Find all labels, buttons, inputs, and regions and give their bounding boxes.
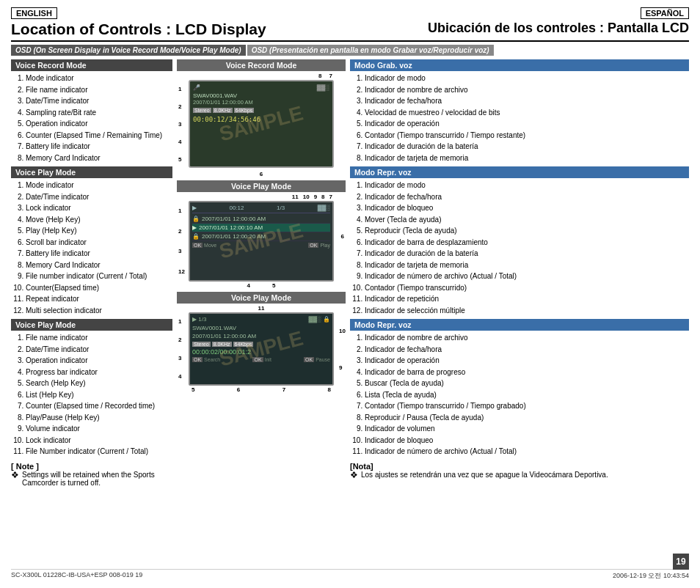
screen1-num-8: 8	[318, 73, 321, 79]
screen1-counter: 00:00:12/34:56:46	[193, 116, 329, 123]
screen2-num-8: 8	[321, 194, 324, 200]
esp-note-item: ❖ Los ajustes se retendrán una vez que s…	[350, 471, 689, 480]
osd-banner-right: OSD (Presentación en pantalla en modo Gr…	[247, 45, 494, 56]
screen2-row1-text: 2007/01/01 12:00:00 AM	[202, 216, 266, 222]
screen2-row3: 🔒 2007/01/01 12:00:20 AM	[192, 232, 330, 241]
screen2-row2-icon: ▶	[192, 224, 197, 231]
screen3-rn-10: 10	[339, 328, 346, 334]
list-item: File Number indicator (Current / Total)	[26, 446, 172, 457]
esp-note-title: [Nota]	[350, 462, 689, 471]
esp-repr-voz1-header: Modo Repr. voz	[350, 166, 689, 178]
screen2-row1: 🔒 2007/01/01 12:00:00 AM	[192, 215, 330, 224]
eng-note-section: [ Note ] ❖ Settings will be retained whe…	[11, 462, 172, 487]
screen1-filename: SWAV0001.WAV	[193, 92, 329, 99]
list-item: Reproducir / Pausa (Tecla de ayuda)	[365, 413, 689, 424]
list-item: Buscar (Tecla de ayuda)	[365, 378, 689, 389]
screen3-counter: 00:00:02/00:00:01:2	[192, 348, 330, 356]
eng-voice-play1-list: Mode indicator Date/Time indicator Lock …	[11, 180, 172, 316]
screen2-fraction: 1/3	[277, 205, 285, 211]
screen3-btn-pause: OK Pause	[304, 357, 330, 362]
screen2-row3-icon: 🔒	[192, 233, 200, 240]
list-item: Repeat indicator	[26, 294, 172, 305]
eng-voice-play2-list: File name indicator Date/Time indicator …	[11, 333, 172, 457]
title-right: Ubicación de los controles : Pantalla LC…	[428, 21, 689, 38]
list-item: Indicador de nombre de archivo	[365, 333, 689, 344]
screen3-wrapper: Voice Play Mode 11 1 2 3 4	[177, 292, 346, 393]
list-item: File name indicator	[26, 85, 172, 96]
eng-voice-play1-block: Voice Play Mode Mode indicator Date/Time…	[11, 166, 172, 316]
list-item: Lock indicator	[26, 436, 172, 446]
screen1-num-5: 5	[178, 156, 181, 163]
list-item: Indicador de tarjeta de memoria	[365, 260, 689, 271]
eng-voice-play2-block: Voice Play Mode File name indicator Date…	[11, 319, 172, 457]
spanish-column: Modo Grab. voz Indicador de modo Indicad…	[350, 59, 689, 566]
list-item: Reproducir (Tecla de ayuda)	[365, 226, 689, 237]
list-item: Date/Time indicator	[26, 96, 172, 107]
list-item: Operation indicator	[26, 356, 172, 367]
screen1-datetime: 2007/01/01 12:00:00 AM	[193, 99, 329, 106]
list-item: Indicador de repetición	[365, 294, 689, 305]
screen2-mode-icon: ▶	[192, 205, 197, 211]
screen3-datetime: 2007/01/01 12:00:00 AM	[192, 332, 330, 340]
list-item: Indicador de modo	[365, 73, 689, 84]
esp-repr-voz1-list: Indicador de modo Indicador de fecha/hor…	[350, 180, 689, 316]
list-item: Contador (Tiempo transcurrido)	[365, 283, 689, 294]
screen3-num-11: 11	[258, 305, 265, 312]
screen1-num-6: 6	[260, 171, 263, 177]
screen2-rn-6: 6	[341, 233, 344, 240]
screen3-lcd: SAMPLE ▶ 1/3 ▓▓░ 🔒 SWAV0001.WAV 2007/01/…	[189, 312, 334, 386]
list-item: Play/Pause (Help Key)	[26, 413, 172, 424]
screen3-filename: SWAV0001.WAV	[192, 324, 330, 332]
list-item: Indicador de tarjeta de memoria	[365, 153, 689, 164]
list-item: Indicador de duración de la batería	[365, 249, 689, 260]
list-item: Indicador de fecha/hora	[365, 345, 689, 356]
list-item: Battery life indicator	[26, 142, 172, 152]
screen2-row3-text: 2007/01/01 12:00:20 AM	[202, 233, 266, 240]
screen2-bn-5: 5	[272, 282, 275, 289]
list-item: Indicador de modo	[365, 180, 689, 191]
screen1-mic-icon: 🎤	[193, 84, 200, 91]
screen3-battery: ▓▓░ 🔒	[308, 316, 330, 323]
list-item: Volume indicator	[26, 424, 172, 435]
footer-bar: SC-X300L 01228C-IB-USA+ESP 008-019 19 20…	[11, 569, 689, 581]
screen3-bn-6: 6	[237, 386, 240, 393]
kbps-badge: 64Kbps	[234, 108, 255, 113]
screen2-ln-1: 1	[178, 207, 185, 214]
list-item: Memory Card Indicator	[26, 153, 172, 164]
footer-left-text: SC-X300L 01228C-IB-USA+ESP 008-019 19	[11, 571, 142, 581]
list-item: Counter (Elapsed time / Recorded time)	[26, 401, 172, 412]
list-item: Date/Time indicator	[26, 345, 172, 356]
list-item: Mover (Tecla de ayuda)	[365, 215, 689, 226]
screen2-num-10: 10	[303, 194, 310, 200]
list-item: Mode indicator	[26, 180, 172, 191]
screen3-rn-9: 9	[339, 364, 346, 371]
list-item: Counter (Elapsed Time / Remaining Time)	[26, 131, 172, 142]
screen3-footer: OK Search OK Init OK Pause	[192, 357, 330, 362]
esp-note-diamond-icon: ❖	[350, 470, 358, 480]
list-item: Battery life indicator	[26, 249, 172, 260]
screen1-wrapper: Voice Record Mode 8 7 1 2 3 4	[177, 59, 346, 177]
page-container: ENGLISH ESPAÑOL Location of Controls : L…	[0, 0, 700, 588]
list-item: Indicador de barra de progreso	[365, 367, 689, 378]
screen2-battery: ▓▓░	[318, 205, 330, 211]
eng-note-item: ❖ Settings will be retained when the Spo…	[11, 471, 172, 487]
screen1-num-2: 2	[178, 103, 181, 110]
esp-note-section: [Nota] ❖ Los ajustes se retendrán una ve…	[350, 462, 689, 480]
screen2-num-9: 9	[314, 194, 317, 200]
esp-repr-voz2-list: Indicador de nombre de archivo Indicador…	[350, 333, 689, 457]
list-item: Indicador de operación	[365, 356, 689, 367]
footer-right-text: 2006-12-19 오전 10:43:54	[613, 571, 689, 581]
list-item: Indicador de operación	[365, 119, 689, 130]
center-screens-column: Voice Record Mode 8 7 1 2 3 4	[177, 59, 346, 566]
stereo-badge: Stereo	[193, 108, 211, 113]
list-item: Indicador de nombre de archivo	[365, 85, 689, 96]
list-item: Indicador de selección múltiple	[365, 306, 689, 317]
screen1-num-1: 1	[178, 86, 181, 92]
screen2-row1-icon: 🔒	[192, 216, 200, 222]
screen3-bn-5: 5	[192, 386, 194, 393]
screen2-ln-12: 12	[178, 268, 185, 275]
esp-repr-voz2-header: Modo Repr. voz	[350, 319, 689, 331]
list-item: File number indicator (Current / Total)	[26, 271, 172, 282]
list-item: Indicador de bloqueo	[365, 436, 689, 446]
esp-grab-voz-block: Modo Grab. voz Indicador de modo Indicad…	[350, 59, 689, 163]
